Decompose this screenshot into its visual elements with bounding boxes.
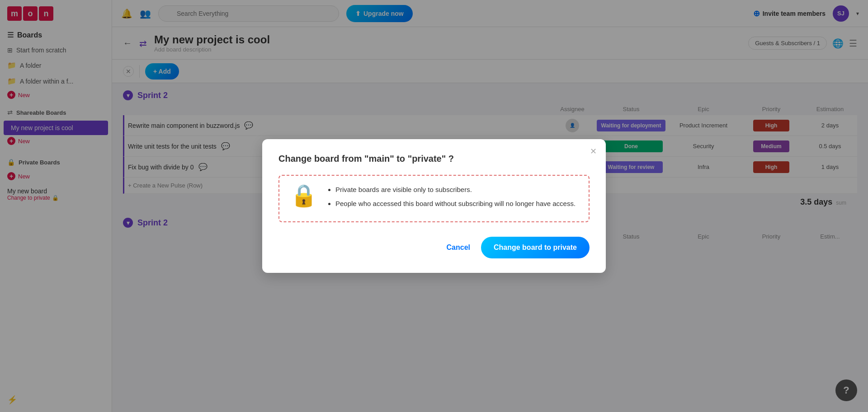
modal-info-box: 🔒 Private boards are visible only to sub… (278, 175, 590, 222)
modal-overlay: ✕ Change board from "main" to "private" … (0, 0, 868, 412)
modal-bullet-2: People who accessed this board without s… (335, 199, 576, 209)
modal-lock-icon: 🔒 (290, 185, 317, 206)
modal-actions: Cancel Change board to private (278, 237, 590, 258)
modal: ✕ Change board from "main" to "private" … (262, 139, 606, 273)
modal-title: Change board from "main" to "private" ? (278, 154, 590, 164)
modal-confirm-button[interactable]: Change board to private (481, 237, 590, 258)
modal-bullet-1: Private boards are visible only to subsc… (335, 185, 576, 195)
modal-info-text: Private boards are visible only to subsc… (326, 185, 576, 212)
modal-cancel-button[interactable]: Cancel (447, 243, 470, 252)
modal-close-button[interactable]: ✕ (590, 146, 597, 156)
